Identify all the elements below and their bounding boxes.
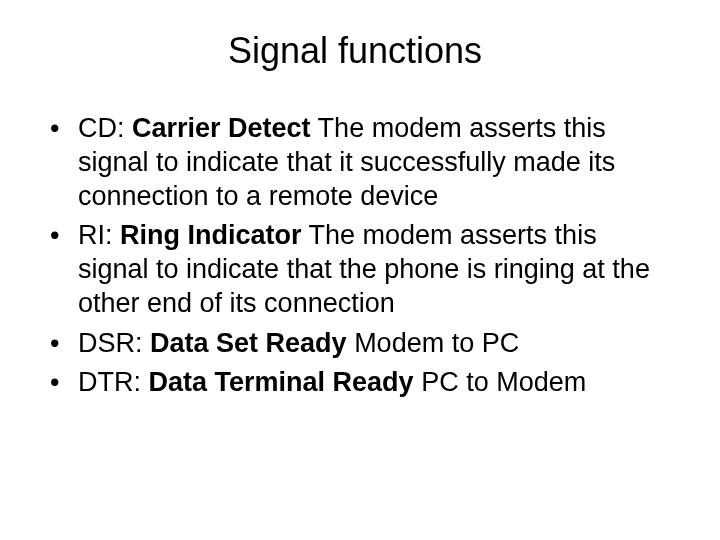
list-item: DTR: Data Terminal Ready PC to Modem [50, 366, 670, 400]
signal-term: Ring Indicator [120, 220, 302, 250]
signal-acronym: CD [78, 113, 117, 143]
signal-term: Data Set Ready [150, 328, 347, 358]
colon: : [117, 113, 132, 143]
signal-desc: PC to Modem [414, 367, 587, 397]
signal-term: Carrier Detect [132, 113, 311, 143]
slide-title: Signal functions [30, 30, 680, 72]
list-item: CD: Carrier Detect The modem asserts thi… [50, 112, 670, 213]
slide: Signal functions CD: Carrier Detect The … [0, 0, 720, 540]
list-item: DSR: Data Set Ready Modem to PC [50, 327, 670, 361]
signal-term: Data Terminal Ready [149, 367, 414, 397]
signal-desc: Modem to PC [347, 328, 520, 358]
signal-acronym: RI [78, 220, 105, 250]
colon: : [135, 328, 150, 358]
signal-acronym: DSR [78, 328, 135, 358]
colon: : [134, 367, 149, 397]
signal-acronym: DTR [78, 367, 134, 397]
colon: : [105, 220, 120, 250]
bullet-list: CD: Carrier Detect The modem asserts thi… [30, 112, 680, 400]
list-item: RI: Ring Indicator The modem asserts thi… [50, 219, 670, 320]
